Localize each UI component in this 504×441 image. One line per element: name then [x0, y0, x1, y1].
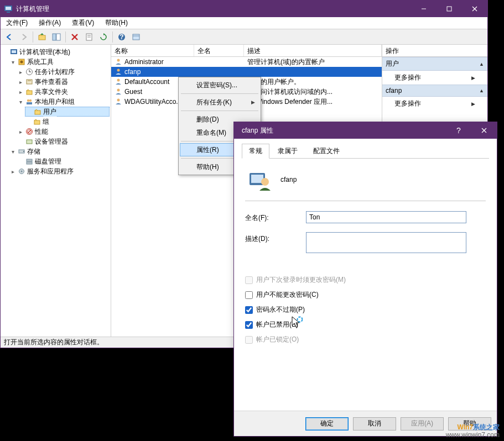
- svg-point-46: [117, 78, 120, 81]
- user-icon: [115, 97, 122, 107]
- tree-services-apps[interactable]: ▸服务和应用程序: [9, 166, 110, 176]
- tree-shared-folders[interactable]: ▸共享文件夹: [17, 87, 110, 97]
- checkbox-disabled[interactable]: 帐户已禁用(B): [245, 320, 486, 329]
- svg-point-29: [27, 99, 29, 102]
- tree-panel[interactable]: 计算机管理(本地) ▾系统工具 ▸任务计划程序 ▸事件查看器 ▸共享文件夹 ▾本…: [1, 45, 111, 337]
- tree-system-tools[interactable]: ▾系统工具: [9, 57, 110, 67]
- column-name[interactable]: 名称: [111, 45, 194, 56]
- column-fullname[interactable]: 全名: [194, 45, 244, 56]
- label-fullname: 全名(F):: [245, 211, 306, 223]
- main-title: 计算机管理: [16, 4, 411, 14]
- dialog-help-button[interactable]: ?: [446, 122, 471, 139]
- user-icon: [115, 87, 122, 97]
- checkbox-cannot-change[interactable]: 用户不能更改密码(C): [245, 290, 486, 300]
- view-list-button[interactable]: [129, 30, 143, 44]
- up-button[interactable]: [35, 30, 49, 44]
- tree-performance[interactable]: ▸性能: [17, 127, 110, 136]
- close-button[interactable]: [462, 1, 487, 17]
- svg-rect-9: [56, 34, 60, 40]
- svg-rect-26: [27, 80, 32, 84]
- tree-task-scheduler[interactable]: ▸任务计划程序: [17, 67, 110, 77]
- tree-storage[interactable]: ▾存储: [9, 146, 110, 156]
- tree-groups[interactable]: 组: [25, 117, 110, 127]
- svg-point-45: [117, 69, 120, 71]
- tree-event-viewer[interactable]: ▸事件查看器: [17, 77, 110, 87]
- input-fullname[interactable]: [306, 211, 466, 223]
- dialog-title: cfanp 属性: [237, 126, 446, 135]
- actions-more-cfanp[interactable]: 更多操作▶: [382, 97, 487, 111]
- user-icon: [115, 67, 122, 77]
- svg-point-30: [29, 99, 32, 102]
- user-large-icon: [248, 169, 271, 191]
- svg-rect-17: [133, 34, 139, 40]
- maximize-button[interactable]: [437, 1, 462, 17]
- dialog-tabs: 常规 隶属于 配置文件: [242, 143, 489, 159]
- svg-rect-41: [27, 162, 32, 164]
- ctx-set-password[interactable]: 设置密码(S)...: [180, 78, 259, 92]
- ok-button[interactable]: 确定: [305, 417, 349, 431]
- show-hide-tree-button[interactable]: [50, 30, 63, 44]
- menubar: 文件(F) 操作(A) 查看(V) 帮助(H): [1, 17, 487, 29]
- cancel-button[interactable]: 取消: [353, 417, 396, 431]
- svg-rect-40: [27, 159, 32, 161]
- app-icon: [4, 4, 13, 13]
- menu-view[interactable]: 查看(V): [69, 17, 97, 29]
- collapse-icon: ▲: [479, 88, 484, 93]
- tree-local-users-groups[interactable]: ▾本地用户和组: [17, 97, 110, 107]
- svg-rect-8: [53, 34, 56, 40]
- svg-point-47: [117, 88, 120, 91]
- help-button[interactable]: ?: [115, 30, 128, 44]
- tab-memberof[interactable]: 隶属于: [271, 144, 305, 159]
- checkbox-never-expire[interactable]: 密码永不过期(P): [245, 305, 486, 314]
- dialog-username: cfanp: [280, 176, 297, 183]
- column-description[interactable]: 描述: [244, 45, 382, 56]
- refresh-button[interactable]: [97, 30, 110, 44]
- actions-group-cfanp[interactable]: cfanp▲: [382, 85, 487, 97]
- ctx-all-tasks[interactable]: 所有任务(K): [180, 96, 259, 109]
- checkbox-locked: 帐户已锁定(O): [245, 335, 486, 344]
- user-icon: [115, 57, 122, 67]
- svg-point-48: [117, 98, 120, 101]
- svg-text:?: ?: [119, 33, 123, 41]
- properties-button[interactable]: [82, 30, 96, 44]
- menu-action[interactable]: 操作(A): [35, 17, 64, 29]
- svg-rect-31: [27, 102, 32, 104]
- svg-rect-7: [39, 35, 45, 40]
- list-row-administrator[interactable]: Administrator 管理计算机(域)的内置帐户: [111, 57, 382, 67]
- label-description: 描述(D):: [245, 232, 306, 244]
- properties-dialog: cfanp 属性 ? 常规 隶属于 配置文件 cfanp 全名(F):: [233, 122, 497, 437]
- checkbox-must-change: 用户下次登录时须更改密码(M): [245, 275, 486, 285]
- delete-button[interactable]: [68, 30, 81, 44]
- tree-disk-management[interactable]: 磁盘管理: [17, 156, 110, 166]
- minimize-button[interactable]: [411, 1, 437, 17]
- toolbar: ?: [1, 29, 487, 45]
- svg-point-53: [261, 178, 269, 186]
- menu-help[interactable]: 帮助(H): [102, 17, 131, 29]
- svg-point-39: [23, 151, 24, 152]
- collapse-icon: ▲: [479, 61, 484, 67]
- tab-profile[interactable]: 配置文件: [306, 144, 347, 159]
- svg-rect-2: [7, 12, 10, 13]
- menu-file[interactable]: 文件(F): [3, 17, 31, 29]
- actions-header: 操作: [382, 45, 487, 57]
- svg-point-22: [20, 61, 23, 64]
- main-titlebar[interactable]: 计算机管理: [1, 1, 487, 17]
- list-row-cfanp[interactable]: cfanp: [111, 67, 382, 77]
- tree-device-manager[interactable]: 设备管理器: [17, 136, 110, 146]
- tree-users[interactable]: 用户: [25, 107, 110, 117]
- nav-back-button[interactable]: [3, 30, 16, 44]
- nav-forward-button[interactable]: [17, 30, 30, 44]
- submenu-icon: ▶: [471, 101, 475, 107]
- svg-rect-33: [34, 120, 40, 124]
- apply-button[interactable]: 应用(A): [401, 417, 444, 431]
- input-description[interactable]: [306, 232, 466, 253]
- tree-root[interactable]: 计算机管理(本地): [2, 47, 110, 57]
- svg-rect-28: [27, 91, 32, 95]
- tab-general[interactable]: 常规: [242, 144, 269, 159]
- submenu-icon: ▶: [471, 75, 475, 81]
- actions-more-users[interactable]: 更多操作▶: [382, 71, 487, 85]
- dialog-titlebar[interactable]: cfanp 属性 ?: [234, 122, 497, 139]
- dialog-close-button[interactable]: [471, 122, 497, 139]
- svg-rect-4: [447, 7, 451, 11]
- actions-group-users[interactable]: 用户▲: [382, 57, 487, 71]
